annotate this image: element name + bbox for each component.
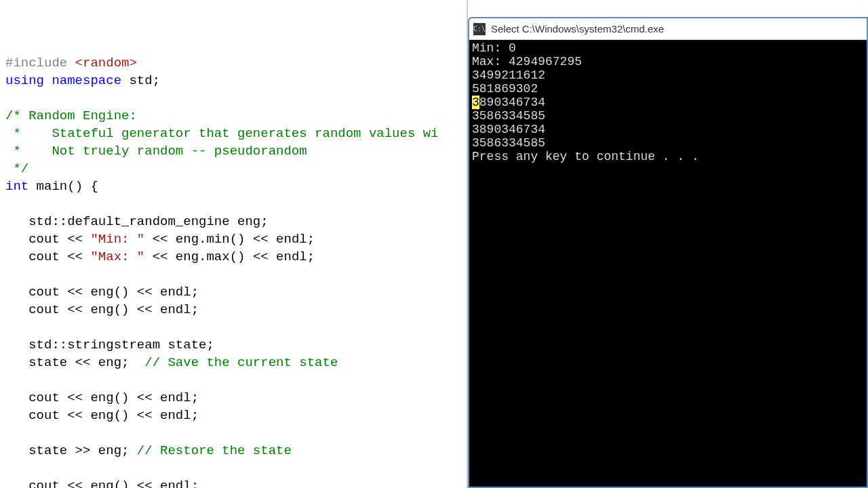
comment-inline: // Save the current state — [144, 355, 338, 370]
include-path: <random> — [67, 56, 137, 70]
string-literal: "Max: " — [90, 249, 144, 264]
code-editor[interactable]: #include <random> using namespace std; /… — [0, 0, 468, 488]
terminal-selected-char: 3 — [472, 96, 479, 109]
terminal-line: 3586334585 — [472, 109, 545, 123]
string-literal: "Min: " — [90, 232, 144, 247]
code-text: main() { — [28, 179, 98, 194]
terminal-line: 3499211612 — [472, 68, 545, 82]
comment-line: * Not truely random -- pseudorandom — [5, 144, 307, 159]
terminal-line: 581869302 — [472, 82, 538, 96]
comment-line: */ — [5, 161, 28, 176]
keyword-int: int — [5, 179, 28, 194]
comment-inline: // Restore the state — [137, 443, 292, 458]
comment-line: /* Random Engine: — [5, 108, 137, 123]
code-text: cout << eng() << endl; — [5, 302, 199, 317]
terminal-line: Max: 4294967295 — [472, 55, 582, 68]
terminal-line: 3586334585 — [472, 136, 545, 150]
terminal-window[interactable]: C:\ Select C:\Windows\system32\cmd.exe M… — [468, 17, 868, 488]
cmd-icon: C:\ — [473, 23, 486, 35]
code-text: state << eng; — [5, 355, 144, 370]
code-text: cout << eng() << endl; — [5, 285, 199, 300]
terminal-line: 3890346734 — [472, 123, 545, 136]
terminal-titlebar[interactable]: C:\ Select C:\Windows\system32\cmd.exe — [469, 18, 867, 40]
code-text: << eng.min() << endl; — [144, 232, 315, 247]
terminal-output[interactable]: Min: 0 Max: 4294967295 3499211612 581869… — [469, 40, 867, 487]
comment-line: * Stateful generator that generates rand… — [5, 126, 439, 141]
code-text: std::default_random_engine eng; — [5, 214, 269, 229]
code-text: cout << — [5, 249, 90, 264]
code-text: state >> eng; — [5, 443, 137, 458]
preprocessor-directive: #include — [5, 56, 67, 70]
code-text: cout << eng() << endl; — [5, 408, 199, 423]
keyword-using: using namespace — [5, 73, 121, 88]
code-text: << eng.max() << endl; — [144, 249, 315, 264]
code-text: std; — [121, 73, 160, 88]
code-text: std::stringstream state; — [5, 338, 214, 352]
terminal-line: Press any key to continue . . . — [472, 150, 699, 163]
code-text: cout << — [5, 232, 90, 247]
code-text: cout << eng() << endl; — [5, 390, 199, 405]
code-text: cout << eng() << endl; — [5, 479, 199, 488]
terminal-line: 890346734 — [479, 96, 545, 109]
terminal-line: Min: 0 — [472, 41, 516, 55]
terminal-title: Select C:\Windows\system32\cmd.exe — [491, 23, 664, 35]
